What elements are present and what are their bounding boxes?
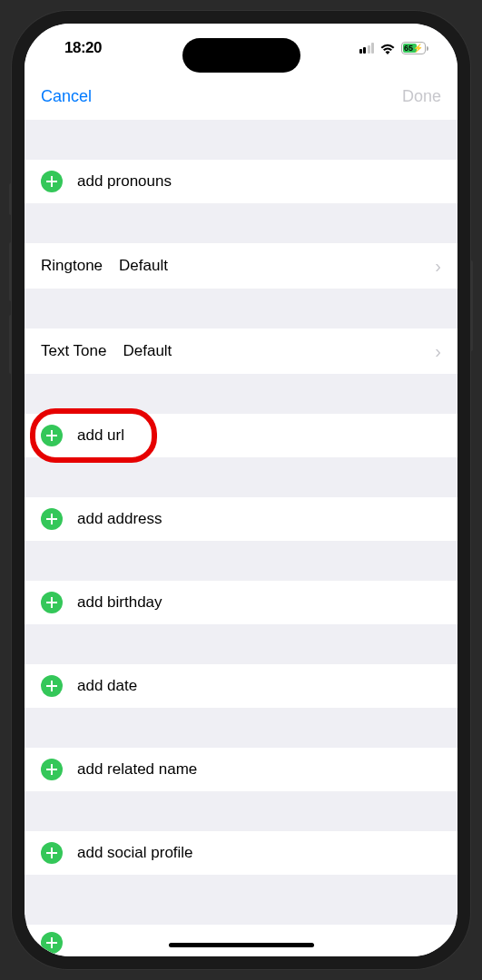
plus-icon: [41, 759, 63, 780]
texttone-value: Default: [123, 342, 435, 360]
plus-icon: [41, 932, 63, 954]
home-indicator[interactable]: [169, 943, 314, 947]
status-indicators: 65⚡: [359, 42, 429, 54]
row-label: add birthday: [77, 593, 162, 612]
plus-icon: [41, 592, 63, 613]
cellular-signal-icon: [359, 43, 375, 54]
row-label: add address: [77, 510, 162, 528]
add-address-row[interactable]: add address: [25, 497, 457, 541]
ringtone-row[interactable]: Ringtone Default ›: [25, 243, 457, 289]
row-label: add pronouns: [77, 172, 172, 191]
row-label: add date: [77, 677, 137, 695]
wifi-icon: [379, 43, 396, 54]
add-related-name-row[interactable]: add related name: [25, 748, 457, 791]
battery-icon: 65⚡: [401, 42, 428, 54]
add-date-row[interactable]: add date: [25, 664, 457, 708]
plus-icon: [41, 508, 63, 530]
add-url-row[interactable]: add url: [25, 414, 457, 457]
mute-switch: [9, 183, 12, 215]
row-label: add social profile: [77, 844, 193, 862]
texttone-label: Text Tone: [41, 342, 106, 360]
chevron-right-icon: ›: [435, 341, 441, 362]
plus-icon: [41, 171, 63, 192]
ringtone-value: Default: [119, 257, 435, 275]
screen: 18:20 65⚡: [25, 24, 457, 956]
plus-icon: [41, 675, 63, 697]
partial-row: [25, 925, 457, 956]
volume-down-button: [9, 315, 12, 374]
dynamic-island: [182, 38, 300, 73]
navigation-bar: Cancel Done: [25, 73, 457, 120]
row-label: add url: [77, 426, 124, 445]
ringtone-label: Ringtone: [41, 257, 103, 275]
chevron-right-icon: ›: [435, 256, 441, 277]
status-time: 18:20: [64, 39, 102, 57]
add-birthday-row[interactable]: add birthday: [25, 581, 457, 624]
add-pronouns-row[interactable]: add pronouns: [25, 160, 457, 203]
cancel-button[interactable]: Cancel: [41, 87, 92, 106]
plus-icon: [41, 842, 63, 864]
volume-up-button: [9, 242, 12, 301]
texttone-row[interactable]: Text Tone Default ›: [25, 328, 457, 374]
row-label: add related name: [77, 760, 197, 779]
plus-icon: [41, 425, 63, 446]
phone-frame: 18:20 65⚡: [12, 11, 470, 969]
done-button[interactable]: Done: [402, 87, 441, 106]
content-scroll[interactable]: add pronouns Ringtone Default › Text Ton…: [25, 120, 457, 915]
power-button: [470, 260, 473, 351]
add-social-profile-row[interactable]: add social profile: [25, 831, 457, 875]
